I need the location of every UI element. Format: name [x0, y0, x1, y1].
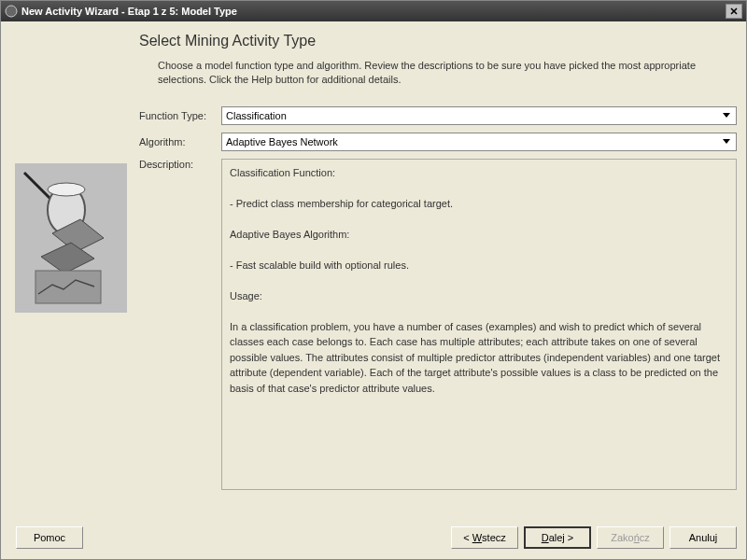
finish-rest: cz [640, 532, 650, 543]
next-mnemonic: D [542, 532, 549, 543]
finish-button: Zakończ [597, 526, 664, 549]
back-prefix: < [463, 532, 472, 543]
help-button-label: Pomoc [34, 532, 65, 543]
titlebar: New Activity Wizard - Etap 1 z 5: Model … [1, 1, 746, 21]
next-button[interactable]: Dalej > [524, 526, 591, 549]
svg-point-6 [48, 183, 85, 196]
dropdown-arrow-icon [719, 109, 734, 122]
dropdown-arrow-icon [719, 135, 734, 148]
close-button[interactable] [726, 4, 742, 19]
next-rest: alej > [549, 532, 574, 543]
function-type-value: Classification [226, 110, 287, 121]
function-type-label: Function Type: [139, 110, 221, 121]
page-title: Select Mining Activity Type [139, 33, 737, 49]
page-instructions: Choose a model function type and algorit… [139, 59, 737, 88]
finish-prefix: Zako [611, 532, 633, 543]
cancel-button-label: Anuluj [689, 532, 718, 543]
back-mnemonic: W [472, 532, 482, 543]
algorithm-dropdown[interactable]: Adaptive Bayes Network [221, 133, 737, 151]
svg-point-0 [6, 6, 17, 17]
function-type-dropdown[interactable]: Classification [221, 106, 737, 125]
description-label: Description: [139, 159, 221, 170]
back-button[interactable]: < Wstecz [451, 526, 518, 549]
button-bar: Pomoc < Wstecz Dalej > Zakończ Anuluj [1, 522, 746, 559]
algorithm-row: Algorithm: Adaptive Bayes Network [139, 133, 737, 151]
algorithm-label: Algorithm: [139, 136, 221, 147]
svg-rect-9 [35, 271, 101, 303]
wizard-window: New Activity Wizard - Etap 1 z 5: Model … [0, 0, 747, 560]
wizard-sidebar-image [10, 33, 132, 516]
help-button[interactable]: Pomoc [16, 526, 83, 549]
app-icon [5, 5, 18, 18]
description-row: Description: Classification Function: - … [139, 159, 737, 516]
close-icon [730, 7, 738, 15]
description-text: Classification Function: - Predict class… [221, 159, 737, 490]
cancel-button[interactable]: Anuluj [669, 526, 737, 549]
wizard-graphic-icon [15, 163, 127, 313]
window-title: New Activity Wizard - Etap 1 z 5: Model … [21, 6, 726, 17]
content-area: Select Mining Activity Type Choose a mod… [1, 21, 746, 522]
back-rest: stecz [482, 532, 506, 543]
main-panel: Select Mining Activity Type Choose a mod… [139, 33, 737, 516]
algorithm-value: Adaptive Bayes Network [226, 136, 338, 147]
function-type-row: Function Type: Classification [139, 106, 737, 125]
